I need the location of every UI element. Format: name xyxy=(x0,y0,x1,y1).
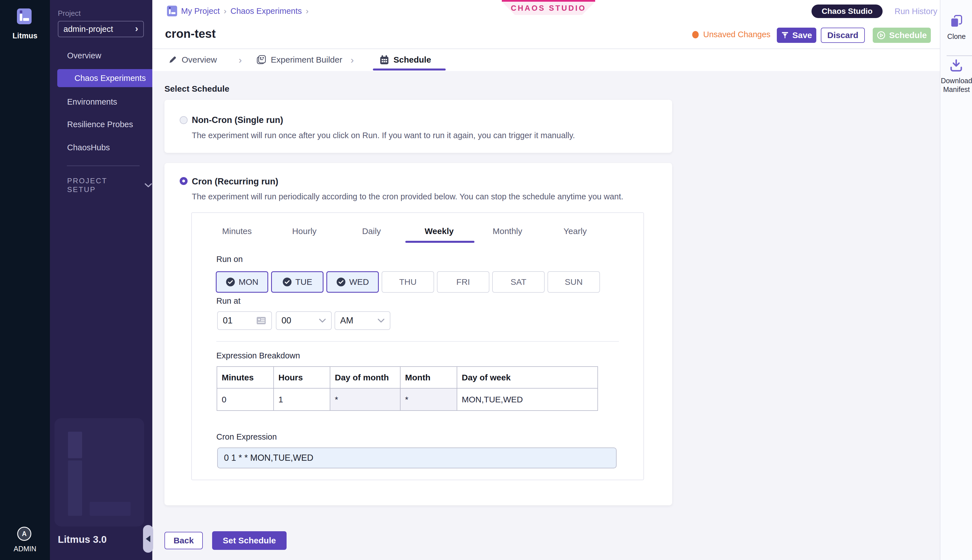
panel-divider xyxy=(216,341,619,342)
day-button-sun[interactable]: SUN xyxy=(547,271,600,293)
breadcrumb-chaos-experiments[interactable]: Chaos Experiments xyxy=(230,7,302,16)
day-label: THU xyxy=(399,277,417,287)
logo-tick xyxy=(20,10,22,13)
tab-schedule[interactable]: Schedule xyxy=(380,49,431,70)
sidebar-item-resilience-probes[interactable]: Resilience Probes xyxy=(50,116,152,133)
discard-button[interactable]: Discard xyxy=(821,28,865,43)
logo-vbar xyxy=(169,9,171,14)
sidebar-item-label: Chaos Experiments xyxy=(75,73,146,83)
cron-description: The experiment will run periodically acc… xyxy=(192,192,624,201)
logo-tick xyxy=(169,7,171,9)
active-tab-underline xyxy=(373,68,446,70)
chaos-studio-badge: CHAOS STUDIO xyxy=(502,0,595,15)
tab-run-history[interactable]: Run History xyxy=(894,7,937,16)
breakdown-hours-value: 1 xyxy=(274,388,330,410)
tab-chaos-studio[interactable]: Chaos Studio xyxy=(812,5,883,18)
tab-experiment-builder[interactable]: Experiment Builder xyxy=(256,49,342,70)
schedule-button-disabled[interactable]: Schedule xyxy=(873,28,931,43)
tab-overview[interactable]: Overview xyxy=(168,49,217,70)
meridiem-value: AM xyxy=(340,315,353,326)
check-circle-icon xyxy=(336,277,346,287)
watermark-block xyxy=(90,502,131,516)
day-button-thu[interactable]: THU xyxy=(382,271,434,293)
day-button-fri[interactable]: FRI xyxy=(437,271,489,293)
day-button-wed[interactable]: WED xyxy=(326,271,379,293)
day-label: MON xyxy=(238,277,258,287)
sidebar-item-overview[interactable]: Overview xyxy=(50,47,152,64)
cron-expression-value: 0 1 * * MON,TUE,WED xyxy=(224,453,313,463)
right-action-rail: Clone Download Manifest xyxy=(940,0,972,560)
download-icon[interactable] xyxy=(949,59,963,72)
cron-radio[interactable] xyxy=(180,177,188,185)
breakdown-day-of-week-value: MON,TUE,WED xyxy=(457,388,597,410)
brand-name: Litmus xyxy=(0,32,50,40)
day-button-mon[interactable]: MON xyxy=(216,271,268,293)
column-header: Day of month xyxy=(330,367,400,388)
cron-builder-panel: Minutes Hourly Daily Weekly Monthly Year… xyxy=(191,212,644,480)
meridiem-select[interactable]: AM xyxy=(335,311,390,330)
download-manifest-label[interactable]: Download Manifest xyxy=(940,77,972,94)
avatar[interactable]: A xyxy=(17,527,31,541)
builder-icon xyxy=(256,55,266,65)
breakdown-month-value: * xyxy=(400,388,457,410)
logo-hbar xyxy=(171,12,175,14)
cron-tab-monthly[interactable]: Monthly xyxy=(492,227,522,236)
cron-expression-label: Cron Expression xyxy=(216,432,277,442)
cron-expression-input[interactable]: 0 1 * * MON,TUE,WED xyxy=(217,447,617,468)
sidebar-collapse-handle[interactable] xyxy=(143,525,153,553)
breakdown-day-of-month-value: * xyxy=(330,388,400,410)
cron-tab-minutes[interactable]: Minutes xyxy=(222,227,252,236)
sidebar-item-environments[interactable]: Environments xyxy=(50,93,152,110)
minute-select[interactable]: 00 xyxy=(276,311,332,330)
badge-label: CHAOS STUDIO xyxy=(511,4,586,13)
logo-hbar xyxy=(23,18,29,21)
breadcrumb-separator: › xyxy=(306,6,308,16)
non-cron-description: The experiment will run once after you c… xyxy=(192,131,575,140)
back-button[interactable]: Back xyxy=(165,532,203,549)
non-cron-title: Non-Cron (Single run) xyxy=(192,115,283,125)
unsaved-dot-icon xyxy=(692,31,699,38)
cron-tab-yearly[interactable]: Yearly xyxy=(564,227,587,236)
cron-tab-hourly[interactable]: Hourly xyxy=(292,227,317,236)
rail-divider xyxy=(947,55,972,56)
day-button-tue[interactable]: TUE xyxy=(271,271,323,293)
badge-top-bar xyxy=(502,0,595,2)
clone-label[interactable]: Clone xyxy=(940,32,972,41)
cron-tab-daily[interactable]: Daily xyxy=(362,227,381,236)
clone-icon[interactable] xyxy=(950,15,963,28)
sidebar: Project admin-project › Overview Chaos E… xyxy=(50,0,152,560)
set-schedule-button[interactable]: Set Schedule xyxy=(212,531,287,550)
breadcrumb-my-project[interactable]: My Project xyxy=(181,7,220,16)
sidebar-item-label: ChaosHubs xyxy=(67,143,110,152)
sidebar-item-chaoshubs[interactable]: ChaosHubs xyxy=(50,139,152,156)
app-version: Litmus 3.0 xyxy=(58,534,107,545)
non-cron-radio[interactable] xyxy=(180,116,188,124)
breakdown-minutes-value: 0 xyxy=(217,388,274,410)
chevron-down-icon xyxy=(319,318,326,323)
discard-label: Discard xyxy=(827,30,858,40)
project-selector[interactable]: admin-project › xyxy=(58,21,144,37)
minute-value: 00 xyxy=(282,315,291,326)
litmus-watermark xyxy=(55,418,144,527)
cron-card: Cron (Recurring run) The experiment will… xyxy=(165,163,672,505)
project-setup-toggle[interactable]: PROJECT SETUP xyxy=(67,177,152,194)
select-schedule-heading: Select Schedule xyxy=(165,84,229,93)
column-header: Minutes xyxy=(217,367,274,388)
hour-value: 01 xyxy=(223,315,232,326)
cron-tab-weekly[interactable]: Weekly xyxy=(425,227,454,236)
logo-vbar xyxy=(20,14,22,21)
litmus-logo-icon[interactable] xyxy=(17,8,32,24)
sidebar-item-chaos-experiments[interactable]: Chaos Experiments xyxy=(57,69,152,87)
chevron-down-icon xyxy=(144,183,152,188)
app-root: Litmus A ADMIN Project admin-project › O… xyxy=(0,0,972,560)
pencil-icon xyxy=(168,55,177,64)
sidebar-item-label: Environments xyxy=(67,97,117,107)
column-header: Hours xyxy=(274,367,330,388)
view-toggle: Chaos Studio Run History xyxy=(812,5,937,18)
save-button[interactable]: Save xyxy=(777,28,816,43)
tab-label: Schedule xyxy=(393,55,431,65)
wizard-tabs: Overview › Experiment Builder › xyxy=(152,49,940,70)
sidebar-divider xyxy=(67,165,140,166)
day-button-sat[interactable]: SAT xyxy=(492,271,545,293)
hour-input[interactable]: 01 xyxy=(217,311,272,330)
